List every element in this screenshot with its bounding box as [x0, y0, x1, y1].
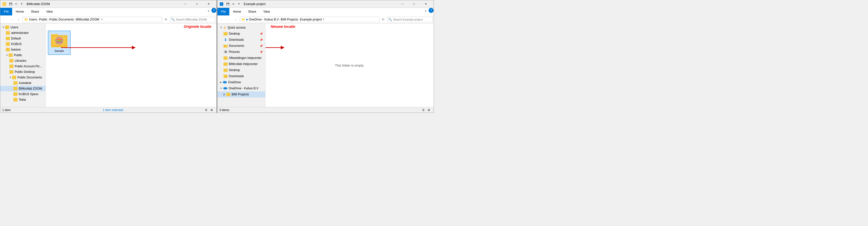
- left-tab-home[interactable]: Home: [12, 8, 27, 15]
- left-tab-share[interactable]: Share: [27, 8, 42, 15]
- left-ribbon-expand[interactable]: ▾: [205, 8, 211, 14]
- right-maximize-button[interactable]: □: [408, 0, 420, 8]
- folder-icon-kubus: [6, 42, 10, 46]
- right-refresh-button[interactable]: ↻: [380, 17, 386, 22]
- right-breadcrumb-onedrive[interactable]: OneDrive - Kubus B.V: [249, 18, 279, 21]
- right-view-toggle: ☰ ⊞: [421, 107, 432, 112]
- right-search-box[interactable]: 🔍: [387, 17, 433, 22]
- nav-label-downloads: Downloads: [229, 38, 244, 41]
- right-minimize-button[interactable]: ─: [397, 0, 408, 8]
- sidebar-item-bimcollab-zoom[interactable]: BIMcollab ZOOM: [0, 86, 45, 91]
- nav-item-onedrive-kubus[interactable]: ▼ OneDrive - Kubus B.V: [217, 85, 265, 91]
- right-close-button[interactable]: ✕: [420, 0, 432, 8]
- left-view-large-button[interactable]: ⊞: [209, 107, 214, 112]
- left-ribbon: File Home Share View ▾ ?: [0, 8, 216, 15]
- nav-item-bimcollab-helpcenter[interactable]: BIMcollab Helpcenter: [217, 61, 265, 67]
- folder-icon-liselore: [6, 48, 10, 52]
- left-sidebar: ▼ Users administrator Default KUBUS: [0, 24, 46, 107]
- sidebar-label-default: Default: [11, 37, 21, 40]
- left-breadcrumb-users[interactable]: Users: [29, 18, 37, 21]
- right-tab-share[interactable]: Share: [245, 8, 260, 15]
- right-breadcrumb-example-project[interactable]: Example project: [300, 18, 322, 21]
- right-view-list-button[interactable]: ☰: [421, 107, 426, 112]
- right-qa-save[interactable]: 💾: [225, 1, 230, 7]
- nav-item-desktop2[interactable]: Desktop: [217, 67, 265, 73]
- left-breadcrumb-bimcollab[interactable]: BIMcollab ZOOM: [76, 18, 99, 21]
- left-tab-file[interactable]: File: [0, 8, 12, 15]
- right-ribbon-expand[interactable]: ▾: [423, 8, 429, 14]
- folder-icon-users: [5, 26, 9, 29]
- left-breadcrumb-public-docs[interactable]: Public Documents: [49, 18, 74, 21]
- sidebar-item-public[interactable]: ▼ Public: [0, 53, 45, 58]
- left-refresh-button[interactable]: ↻: [163, 17, 169, 22]
- documents-folder-icon: [223, 44, 227, 47]
- left-close-button[interactable]: ✕: [203, 0, 214, 8]
- sidebar-item-public-account[interactable]: Public Account Pictures: [0, 64, 45, 69]
- sidebar-item-public-desktop[interactable]: Public Desktop: [0, 69, 45, 75]
- right-tab-view[interactable]: View: [260, 8, 273, 15]
- sidebar-item-default[interactable]: Default: [0, 36, 45, 41]
- sidebar-item-tekla[interactable]: Tekla: [0, 97, 45, 102]
- nav-item-desktop[interactable]: Desktop 📌: [217, 31, 265, 37]
- nav-item-onedrive[interactable]: ▶ OneDrive: [217, 79, 265, 85]
- left-view-list-button[interactable]: ☰: [203, 107, 209, 112]
- nav-item-pictures[interactable]: 🖼 Pictures 📌: [217, 49, 265, 55]
- left-status-count: 1 item: [2, 108, 101, 112]
- left-address-path[interactable]: 📁 Users › Public › Public Documents › BI…: [23, 17, 162, 22]
- right-up-button[interactable]: ↑: [232, 17, 239, 23]
- nav-item-quick-access[interactable]: ▼ ★ Quick access: [217, 25, 265, 31]
- right-tab-home[interactable]: Home: [229, 8, 245, 15]
- file-icon-sample: [51, 33, 67, 50]
- right-qa-dropdown[interactable]: ▼: [236, 1, 242, 7]
- right-title-bar: F 💾 ↩ ▼ Example project ─ □ ✕: [217, 0, 434, 8]
- sidebar-item-autodesk[interactable]: Autodesk: [0, 80, 45, 86]
- left-minimize-button[interactable]: ─: [180, 0, 191, 8]
- file-item-sample[interactable]: Sample: [48, 31, 71, 55]
- right-addr-dropdown[interactable]: ▼: [322, 18, 325, 21]
- right-ribbon: File Home Share View ▾ ?: [217, 8, 434, 15]
- left-search-box[interactable]: 🔍: [170, 17, 215, 22]
- right-window-icon: F: [219, 2, 223, 6]
- left-search-input[interactable]: [176, 18, 214, 21]
- right-back-button[interactable]: ←: [218, 17, 224, 23]
- left-qa-dropdown[interactable]: ▼: [19, 1, 25, 7]
- sidebar-item-liselore[interactable]: liselore: [0, 47, 45, 53]
- right-address-path[interactable]: 📁 ▶ OneDrive - Kubus B.V › BIM Projects …: [240, 17, 379, 22]
- right-view-large-button[interactable]: ⊞: [426, 107, 432, 112]
- right-breadcrumb-bim-projects[interactable]: BIM Projects: [281, 18, 298, 21]
- left-ribbon-help[interactable]: ?: [211, 8, 216, 13]
- nav-item-documents[interactable]: Documents 📌: [217, 43, 265, 49]
- right-qa-undo[interactable]: ↩: [230, 1, 236, 7]
- file-label-sample: Sample: [55, 50, 64, 53]
- right-window: F 💾 ↩ ▼ Example project ─ □ ✕ File Home …: [217, 0, 434, 113]
- left-back-button[interactable]: ←: [1, 17, 7, 23]
- nav-item-bim-projects[interactable]: ▶ BIM Projects: [217, 91, 265, 97]
- sidebar-item-libraries[interactable]: Libraries: [0, 58, 45, 64]
- left-qa-save[interactable]: 💾: [8, 1, 13, 7]
- sidebar-item-users[interactable]: ▼ Users: [0, 25, 45, 30]
- left-breadcrumb-public[interactable]: Public: [39, 18, 47, 21]
- left-maximize-button[interactable]: □: [191, 0, 203, 8]
- left-forward-button[interactable]: →: [8, 17, 14, 23]
- sidebar-label-public-account: Public Account Pictures: [15, 65, 43, 68]
- nav-item-afbeeldingen[interactable]: Afbeeldingen helpcenter: [217, 55, 265, 61]
- sidebar-item-kubus-spexx[interactable]: KUBUS Spexx: [0, 91, 45, 97]
- nav-label-downloads2: Downloads: [229, 74, 244, 78]
- right-ribbon-help[interactable]: ?: [429, 8, 434, 13]
- left-arrow: [61, 44, 137, 52]
- right-forward-button[interactable]: →: [225, 17, 231, 23]
- nav-item-downloads[interactable]: ⬇ Downloads 📌: [217, 37, 265, 43]
- left-addr-dropdown[interactable]: ▼: [100, 18, 104, 21]
- sidebar-item-public-docs[interactable]: ▼ Public Documents: [0, 75, 45, 80]
- right-tab-file[interactable]: File: [217, 8, 229, 15]
- bimcollab-helpcenter-icon: [223, 62, 227, 66]
- left-up-button[interactable]: ↑: [16, 17, 22, 23]
- right-search-input[interactable]: [393, 18, 431, 21]
- left-tab-view[interactable]: View: [42, 8, 56, 15]
- sidebar-item-administrator[interactable]: administrator: [0, 30, 45, 36]
- nav-item-downloads2[interactable]: Downloads: [217, 73, 265, 79]
- svg-rect-16: [223, 45, 225, 46]
- left-qa-undo[interactable]: ↩: [13, 1, 19, 7]
- nav-label-pictures: Pictures: [229, 50, 240, 54]
- sidebar-item-kubus[interactable]: KUBUS: [0, 41, 45, 47]
